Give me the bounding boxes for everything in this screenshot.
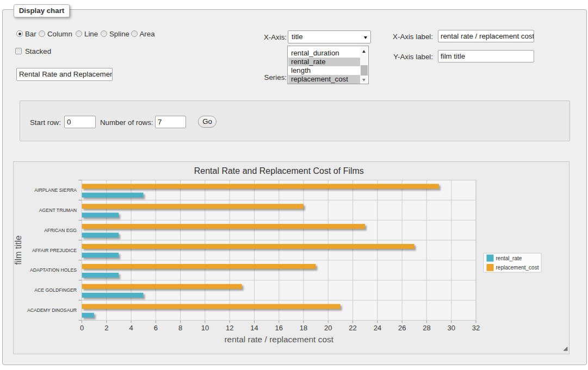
svg-text:AIRPLANE SIERRA: AIRPLANE SIERRA [34,187,77,193]
svg-text:0: 0 [80,324,84,332]
svg-text:26: 26 [398,324,406,332]
svg-text:AFRICAN EGG: AFRICAN EGG [44,228,77,233]
svg-text:30: 30 [447,324,455,332]
svg-text:replacement_cost: replacement_cost [496,265,539,271]
svg-text:24: 24 [374,324,381,332]
svg-text:22: 22 [349,324,356,332]
svg-text:ACE GOLDFINGER: ACE GOLDFINGER [34,287,77,293]
svg-text:28: 28 [423,324,430,332]
svg-text:12: 12 [226,324,233,332]
svg-text:14: 14 [250,324,258,332]
svg-text:AGENT TRUMAN: AGENT TRUMAN [39,208,77,213]
svg-text:18: 18 [300,324,307,332]
svg-text:film title: film title [14,235,23,265]
svg-text:6: 6 [154,324,158,332]
svg-text:2: 2 [104,324,108,332]
svg-text:16: 16 [275,324,283,332]
svg-text:rental rate / replacement cost: rental rate / replacement cost [224,335,333,344]
svg-text:ADAPTATION HOLES: ADAPTATION HOLES [30,267,77,273]
svg-text:rental_rate: rental_rate [496,255,522,261]
svg-text:32: 32 [472,324,480,332]
svg-text:Rental Rate and Replacement Co: Rental Rate and Replacement Cost of Film… [194,166,364,175]
svg-text:8: 8 [178,324,182,332]
svg-text:4: 4 [129,324,133,332]
svg-text:AFFAIR PREJUDICE: AFFAIR PREJUDICE [32,248,77,253]
svg-text:20: 20 [324,324,332,332]
svg-text:10: 10 [201,324,209,332]
svg-text:ACADEMY DINOSAUR: ACADEMY DINOSAUR [27,308,77,313]
